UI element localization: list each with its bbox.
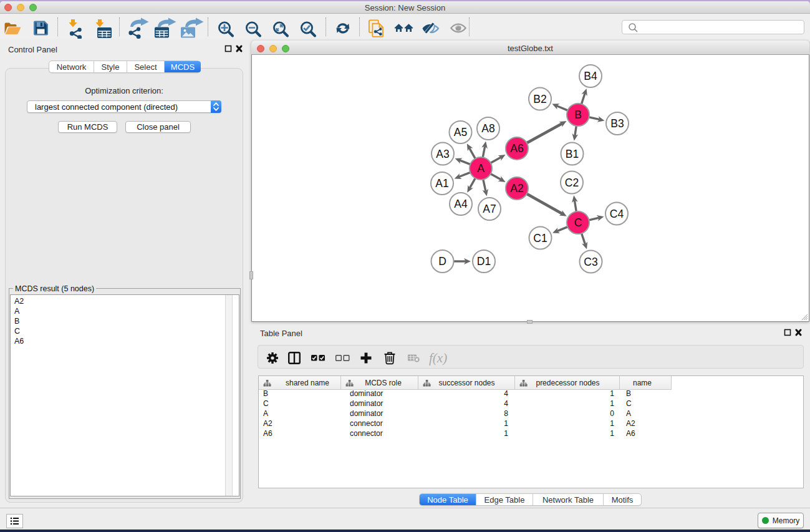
svg-text:B3: B3: [610, 117, 624, 130]
svg-text:C2: C2: [565, 177, 579, 189]
svg-text:D1: D1: [477, 255, 491, 268]
svg-text:A4: A4: [454, 198, 468, 210]
svg-text:B2: B2: [533, 93, 546, 105]
svg-text:A5: A5: [454, 126, 467, 138]
svg-text:f(x): f(x): [429, 351, 447, 365]
svg-text:C4: C4: [610, 208, 624, 220]
svg-text:C3: C3: [584, 256, 597, 268]
svg-text:A6: A6: [510, 142, 523, 155]
svg-text:C: C: [574, 216, 582, 229]
svg-text:A: A: [477, 162, 485, 175]
svg-text:A1: A1: [435, 177, 448, 190]
svg-text:A7: A7: [483, 203, 496, 215]
svg-text:B1: B1: [566, 148, 579, 160]
svg-text:C1: C1: [533, 232, 547, 244]
svg-text:B4: B4: [584, 70, 597, 82]
svg-text:A3: A3: [436, 148, 449, 160]
svg-text:B: B: [574, 109, 582, 121]
svg-text:D: D: [438, 255, 446, 268]
svg-text:A2: A2: [510, 182, 523, 195]
svg-text:A8: A8: [481, 122, 494, 135]
